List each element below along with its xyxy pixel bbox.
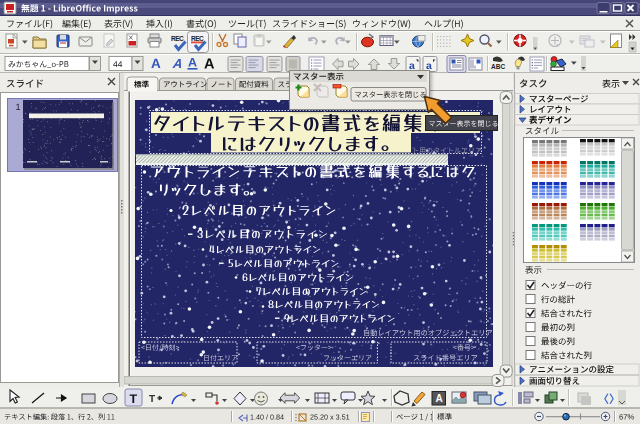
svg-text:ABC: ABC <box>491 63 505 70</box>
svg-text:REC: REC <box>191 35 204 42</box>
svg-text:A: A <box>436 393 443 404</box>
svg-text:REC: REC <box>171 35 184 42</box>
